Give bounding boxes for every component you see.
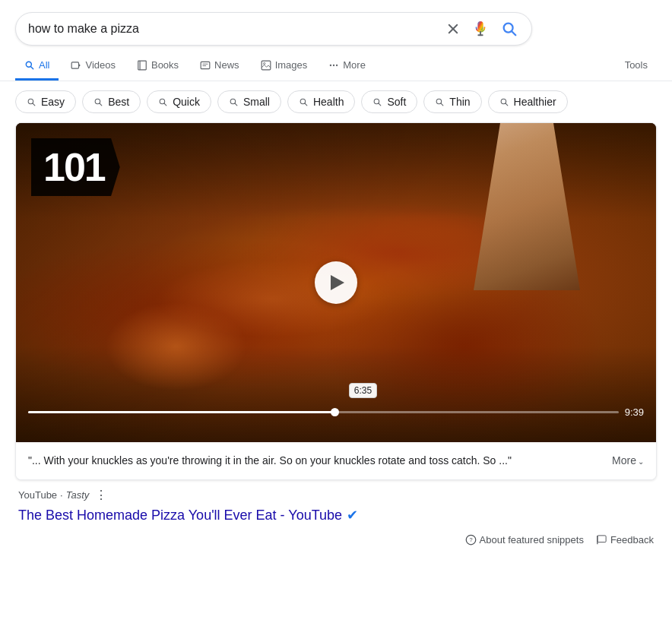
svg-line-7 <box>30 66 33 68</box>
tab-images-label: Images <box>275 59 308 71</box>
search-icon <box>501 21 518 37</box>
tab-all-label: All <box>39 59 49 71</box>
search-chip-icon-5 <box>299 97 309 107</box>
search-box-icons <box>445 19 519 39</box>
video-duration: 9:39 <box>625 406 644 418</box>
transcript-more-link[interactable]: More ⌄ <box>612 453 644 469</box>
search-box: how to make a pizza <box>15 12 532 46</box>
chip-best-label: Best <box>108 96 129 108</box>
chip-quick-label: Quick <box>173 96 200 108</box>
video-channel: Tasty <box>66 489 90 501</box>
transcript-text: "... With your knuckles as you're throwi… <box>28 453 609 469</box>
chip-soft-label: Soft <box>387 96 406 108</box>
search-chip-icon-7 <box>435 97 445 107</box>
main-content: 101 9:39 6:35 "... With you <box>0 122 672 553</box>
microphone-icon <box>472 21 489 37</box>
chip-thin[interactable]: Thin <box>423 90 481 113</box>
tab-news-label: News <box>214 59 239 71</box>
svg-line-21 <box>33 103 35 105</box>
svg-line-33 <box>441 103 443 105</box>
search-chip-icon <box>27 97 36 107</box>
news-icon <box>200 60 211 71</box>
flag-icon <box>596 534 607 546</box>
play-button[interactable] <box>315 261 357 304</box>
clear-button[interactable] <box>445 21 461 37</box>
tab-more-label: More <box>343 59 366 71</box>
tab-images[interactable]: Images <box>252 52 317 81</box>
search-input[interactable]: how to make a pizza <box>28 22 445 36</box>
progress-bar-background[interactable] <box>28 411 619 413</box>
chip-healthier-label: Healthier <box>514 96 556 108</box>
progress-dot <box>331 408 339 416</box>
chip-health[interactable]: Health <box>287 90 355 113</box>
video-icon <box>71 60 81 71</box>
current-time-badge: 6:35 <box>349 383 377 398</box>
search-small-icon <box>24 60 35 71</box>
svg-point-17 <box>330 64 331 65</box>
search-chip-icon-8 <box>499 97 509 107</box>
tab-news[interactable]: News <box>191 52 249 81</box>
video-title-row[interactable]: The Best Homemade Pizza You'll Ever Eat … <box>15 505 657 527</box>
chip-thin-label: Thin <box>449 96 470 108</box>
search-chip-icon-4 <box>229 97 239 107</box>
about-snippets-link[interactable]: ? About featured snippets <box>465 534 584 546</box>
video-card: 101 9:39 6:35 "... With you <box>15 122 657 480</box>
svg-line-5 <box>512 31 515 35</box>
video-options-button[interactable]: ⋮ <box>95 488 107 502</box>
chip-quick[interactable]: Quick <box>147 90 211 113</box>
feedback-link[interactable]: Feedback <box>596 534 654 546</box>
svg-line-29 <box>305 103 307 105</box>
svg-rect-38 <box>598 536 606 542</box>
tab-tools[interactable]: Tools <box>616 52 657 81</box>
svg-rect-8 <box>72 62 79 68</box>
svg-rect-15 <box>262 61 271 70</box>
tab-all[interactable]: All <box>15 52 59 81</box>
svg-marker-9 <box>79 63 81 67</box>
svg-line-23 <box>100 103 102 105</box>
svg-point-18 <box>333 64 334 65</box>
close-icon <box>446 22 460 36</box>
chip-healthier[interactable]: Healthier <box>488 90 568 113</box>
tab-videos[interactable]: Videos <box>62 52 125 81</box>
chip-easy-label: Easy <box>41 96 65 108</box>
search-chip-icon-3 <box>158 97 168 107</box>
image-icon <box>261 60 271 71</box>
svg-point-19 <box>336 64 338 65</box>
chevron-down-icon: ⌄ <box>638 456 644 467</box>
chip-small[interactable]: Small <box>217 90 281 113</box>
svg-line-35 <box>505 103 507 105</box>
progress-bar-fill <box>28 411 335 413</box>
tab-books[interactable]: Books <box>128 52 188 81</box>
tab-more[interactable]: More <box>319 52 375 81</box>
svg-line-27 <box>235 103 237 105</box>
play-icon <box>331 275 344 290</box>
chip-easy[interactable]: Easy <box>15 90 76 113</box>
voice-search-button[interactable] <box>471 19 490 39</box>
chip-best[interactable]: Best <box>82 90 141 113</box>
feedback-label: Feedback <box>610 534 654 546</box>
video-meta: YouTube · Tasty ⋮ <box>15 480 657 505</box>
nav-tabs: All Videos Books News Images <box>0 46 672 81</box>
video-badge-101: 101 <box>31 138 120 196</box>
book-icon <box>137 60 147 71</box>
video-source: YouTube <box>18 489 57 501</box>
chip-soft[interactable]: Soft <box>361 90 417 113</box>
svg-rect-12 <box>201 62 210 68</box>
video-thumbnail[interactable]: 101 9:39 6:35 <box>16 123 656 442</box>
more-link-label: More <box>612 453 636 469</box>
search-button[interactable] <box>499 19 519 39</box>
footer-links: ? About featured snippets Feedback <box>15 527 657 553</box>
svg-rect-10 <box>138 61 147 70</box>
tab-books-label: Books <box>151 59 179 71</box>
about-snippets-label: About featured snippets <box>480 534 584 546</box>
search-chip-icon-2 <box>94 97 103 107</box>
svg-point-16 <box>263 62 265 64</box>
tab-videos-label: Videos <box>85 59 116 71</box>
svg-line-31 <box>379 103 381 105</box>
help-circle-icon: ? <box>465 534 477 546</box>
svg-line-25 <box>164 103 166 105</box>
chip-health-label: Health <box>313 96 344 108</box>
source-separator: · <box>60 489 63 501</box>
svg-text:?: ? <box>469 536 472 543</box>
chip-small-label: Small <box>243 96 270 108</box>
